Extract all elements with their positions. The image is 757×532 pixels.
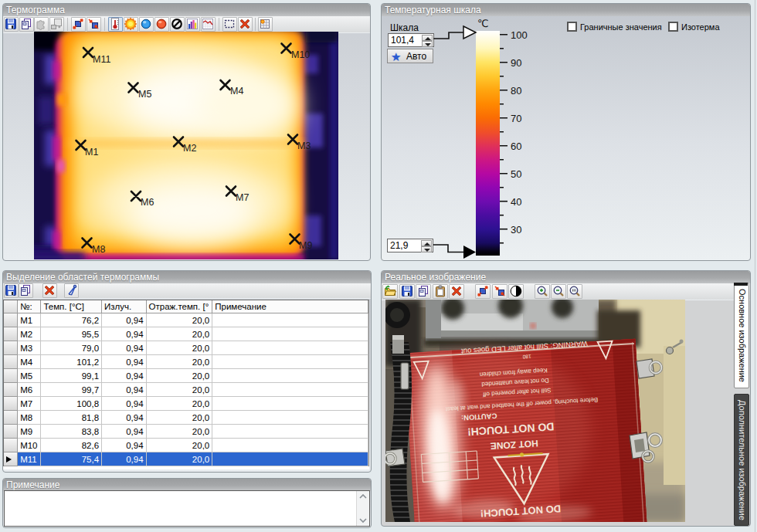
svg-text:M7: M7 (236, 192, 249, 203)
svg-text:90: 90 (511, 57, 521, 69)
svg-text:70: 70 (511, 113, 521, 124)
svg-text:M6: M6 (141, 197, 154, 208)
svg-text:180: 180 (522, 354, 531, 360)
svg-text:M9: M9 (299, 240, 312, 251)
svg-text:M3: M3 (297, 141, 311, 151)
svg-text:100: 100 (511, 29, 528, 41)
svg-text:℃: ℃ (477, 18, 489, 29)
svg-text:M10: M10 (291, 49, 310, 60)
svg-text:M1: M1 (85, 147, 98, 158)
svg-text:M4: M4 (230, 86, 243, 97)
svg-text:M5: M5 (138, 89, 151, 100)
svg-text:M2: M2 (183, 143, 196, 154)
svg-text:60: 60 (511, 141, 521, 152)
svg-text:30: 30 (511, 224, 521, 236)
svg-text:50: 50 (511, 168, 521, 180)
svg-text:80: 80 (511, 85, 521, 97)
svg-text:40: 40 (511, 196, 521, 208)
svg-text:M8: M8 (92, 244, 105, 255)
svg-text:M11: M11 (93, 54, 110, 65)
